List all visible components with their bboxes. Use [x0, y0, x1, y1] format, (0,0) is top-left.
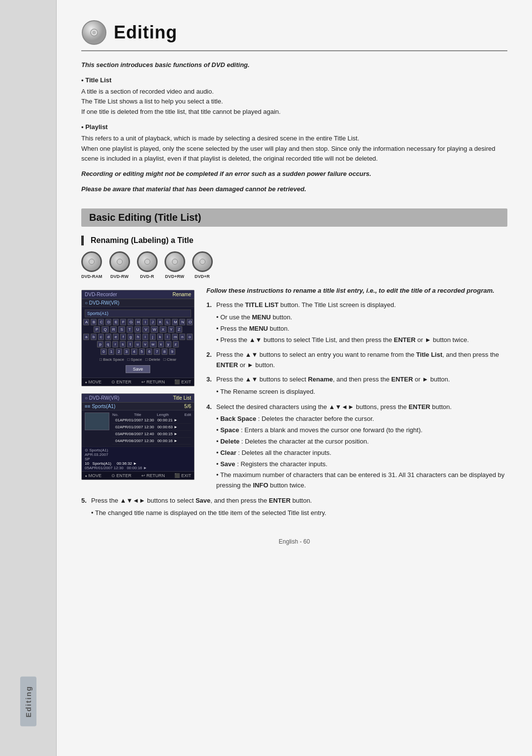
- step-1-content: Press the TITLE LIST button. The Title L…: [216, 300, 469, 346]
- chapter-header: Editing: [81, 20, 507, 51]
- ss2-selected-entry: 10 Sports(A1) 00:36:32 ►: [85, 461, 191, 466]
- key-Z: Z: [176, 326, 182, 333]
- ss1-nav-bar: ⬥ MOVE ⊙ ENTER ↩ RETURN ⬛ EXIT: [82, 378, 194, 386]
- ss2-date: APR.03.2007: [85, 452, 191, 457]
- key-a: a: [83, 334, 89, 340]
- key-G: G: [128, 319, 133, 325]
- warning2: Please be aware that material that has b…: [81, 184, 507, 195]
- key-q: q: [105, 341, 111, 347]
- sidebar-label: Editing: [20, 677, 36, 726]
- screenshot-rename: DVD-Recorder Rename ○ DVD-RW(VR) Sports(…: [81, 290, 195, 386]
- key-E: E: [113, 319, 119, 325]
- content-area: DVD-Recorder Rename ○ DVD-RW(VR) Sports(…: [81, 286, 507, 523]
- step-4-content: Select the desired characters using the …: [216, 402, 507, 492]
- svg-point-2: [93, 31, 96, 34]
- ss2-header-right: Title List: [173, 395, 191, 401]
- ss2-thumbnail: [85, 412, 109, 430]
- key-g: g: [128, 334, 133, 340]
- ss2-entry-3: 03APR/08/2007 12:40 00:00:15 ►: [112, 431, 191, 438]
- step-1: 1. Press the TITLE LIST button. The Titl…: [206, 300, 507, 346]
- step-5-content: Press the ▲▼◄► buttons to select Save, a…: [91, 496, 326, 519]
- step-4-sub6: The maximum number of characters that ca…: [216, 470, 507, 491]
- key-Q: Q: [101, 326, 108, 333]
- ss1-nav-exit: ⬛ EXIT: [174, 379, 191, 384]
- key-u: u: [134, 341, 140, 347]
- key-C: C: [98, 319, 104, 325]
- key-F: F: [120, 319, 126, 325]
- ss1-keyboard: Sports(A1) ABCDEFGHIJKLMNO PQRSTUVWXYZ a…: [82, 307, 194, 378]
- key-W: W: [151, 326, 159, 333]
- key-x: x: [158, 341, 164, 347]
- key-P: P: [94, 326, 100, 333]
- step-3-sub1: The Rename screen is displayed.: [216, 387, 450, 397]
- key-2: 2: [116, 348, 122, 355]
- ss1-bottom-row: □ Back Space □ Space □ Delete □ Clear: [85, 356, 191, 363]
- warning1: Recording or editing might not be comple…: [81, 169, 507, 179]
- title-list-line2: The Title List shows a list to help you …: [81, 97, 507, 107]
- dvd-r-label: DVD-R: [140, 274, 154, 279]
- playlist-line1: This refers to a unit of playback, which…: [81, 134, 507, 144]
- dvd-plus-r-circle: [192, 251, 213, 272]
- key-Y: Y: [168, 326, 174, 333]
- key-3: 3: [124, 348, 130, 355]
- dvd-rw-circle: [109, 251, 130, 272]
- step-3-num: 3.: [206, 375, 214, 398]
- step-1-sub2: Press the MENU button.: [216, 324, 469, 334]
- bullet-title-list: Title List: [81, 75, 507, 86]
- ss2-entry-3-text: 03APR/08/2007 12:40 00:00:15 ►: [115, 432, 178, 436]
- step-2-num: 2.: [206, 350, 214, 371]
- step-3-content: Press the ▲▼ buttons to select Rename, a…: [216, 375, 450, 398]
- key-L: L: [165, 319, 170, 325]
- key-T: T: [127, 326, 133, 333]
- key-U: U: [134, 326, 141, 333]
- step-4-subs: Back Space : Deletes the character befor…: [216, 414, 507, 491]
- key-s: s: [120, 341, 126, 347]
- key-z: z: [173, 341, 179, 347]
- key-w: w: [150, 341, 157, 347]
- ss1-row2: PQRSTUVWXYZ: [85, 326, 191, 333]
- key-B: B: [91, 319, 97, 325]
- ss2-nav-bar: ⬥ MOVE ⊙ ENTER ↩ RETURN ⬛ EXIT: [82, 471, 194, 480]
- subsection-heading: Renaming (Labeling) a Title: [81, 236, 507, 245]
- step-3: 3. Press the ▲▼ buttons to select Rename…: [206, 375, 507, 398]
- chapter-title: Editing: [114, 22, 177, 43]
- ss1-nav-return: ↩ RETURN: [141, 379, 165, 384]
- key-4: 4: [131, 348, 137, 355]
- col-no: No.: [112, 412, 118, 417]
- key-6: 6: [146, 348, 152, 355]
- key-J: J: [150, 319, 156, 325]
- disc-icons-row: DVD-RAM DVD-RW DVD-R DVD+RW DVD+R: [81, 251, 507, 279]
- dvd-ram-label: DVD-RAM: [81, 274, 102, 279]
- title-list-line1: A title is a section of recorded video a…: [81, 87, 507, 97]
- bullet-playlist: Playlist: [81, 122, 507, 133]
- ss2-subtitle-text: ≡≡ Sports(A1): [85, 404, 115, 409]
- ss1-row4: pqrstuvwxyz: [85, 341, 191, 347]
- key-m: m: [172, 334, 178, 340]
- key-O: O: [187, 319, 193, 325]
- key-f: f: [120, 334, 126, 340]
- ss2-entry-1: 01APR/01/2007 12:30 00:00:21 ►: [112, 417, 191, 424]
- ss2-header-left: ○ DVD-RW(VR): [85, 395, 119, 401]
- step-1-sub1: Or use the MENU button.: [216, 312, 469, 323]
- key-D: D: [105, 319, 111, 325]
- ss1-row5: 0123456789: [85, 348, 191, 355]
- page-number: English - 60: [279, 538, 310, 545]
- dvd-plus-rw-circle: [165, 251, 185, 272]
- step-1-subs: Or use the MENU button. Press the MENU b…: [216, 312, 469, 345]
- key-R: R: [110, 326, 117, 333]
- key-1: 1: [108, 348, 114, 355]
- col-edit: Edit: [184, 412, 191, 417]
- key-b: b: [91, 334, 97, 340]
- ss2-columns: No. Title Length Edit: [112, 412, 191, 417]
- playlist-line2: When one playlist is played, only the sc…: [81, 144, 507, 165]
- disc-icon-dvd-r: DVD-R: [137, 251, 158, 279]
- key-r: r: [112, 341, 118, 347]
- disc-icon: [81, 20, 107, 45]
- ss2-nav-exit: ⬛ EXIT: [174, 473, 191, 478]
- ss1-nav-move: ⬥ MOVE: [85, 379, 101, 384]
- step-4-sub4: Clear : Deletes all the character inputs…: [216, 448, 507, 458]
- key-S: S: [118, 326, 125, 333]
- key-k: k: [157, 334, 163, 340]
- key-c: c: [98, 334, 104, 340]
- key-X: X: [160, 326, 166, 333]
